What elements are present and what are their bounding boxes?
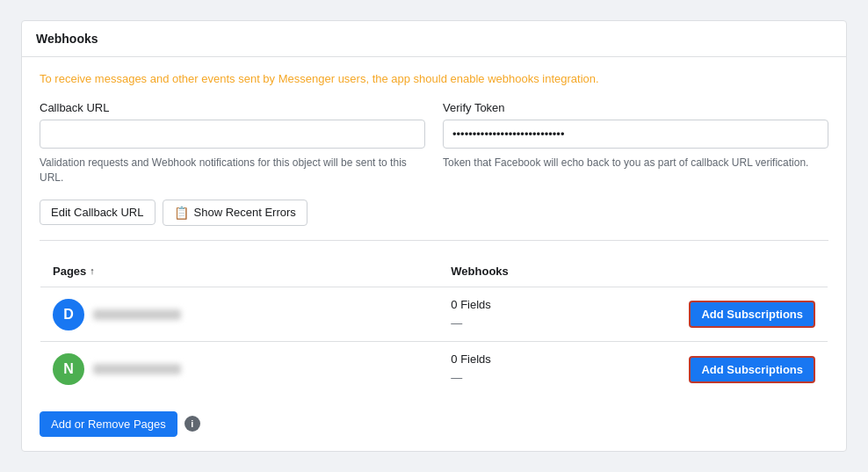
webhooks-column-header: Webhooks	[438, 255, 652, 287]
verify-token-input[interactable]	[443, 120, 828, 149]
info-icon: i	[184, 416, 200, 432]
pages-column-header: Pages ↑	[40, 255, 439, 287]
table-header-row: Pages ↑ Webhooks	[40, 255, 828, 287]
card-title: Webhooks	[22, 21, 846, 57]
token-hint: Token that Facebook will echo back to yo…	[443, 156, 828, 185]
webhooks-card: Webhooks To receive messages and other e…	[21, 20, 847, 452]
verify-token-group: Verify Token	[443, 101, 828, 149]
fields-sub-2: —	[451, 369, 640, 388]
callback-hint: Validation requests and Webhook notifica…	[40, 156, 425, 185]
page-name-1	[93, 309, 181, 320]
subscriptions-cell-2: Add Subscriptions	[653, 342, 828, 397]
hint-row: Validation requests and Webhook notifica…	[40, 156, 828, 185]
add-subscriptions-button-2[interactable]: Add Subscriptions	[689, 356, 815, 383]
pages-column-label: Pages	[53, 265, 86, 278]
show-errors-button[interactable]: 📋 Show Recent Errors	[163, 200, 307, 226]
avatar-2: N	[53, 353, 84, 385]
pages-table: Pages ↑ Webhooks D	[40, 255, 828, 397]
fields-count-1: 0 Fields —	[451, 296, 640, 333]
actions-column-header	[653, 255, 828, 287]
avatar-1: D	[53, 299, 84, 330]
webhooks-cell-2: 0 Fields —	[438, 342, 652, 397]
page-cell-2: N	[40, 342, 439, 397]
page-name-2	[93, 364, 181, 374]
verify-token-label: Verify Token	[443, 101, 828, 114]
page-info-2: N	[53, 353, 426, 385]
divider	[40, 240, 828, 241]
sort-arrow-icon: ↑	[90, 265, 95, 276]
subscriptions-cell-1: Add Subscriptions	[653, 287, 828, 342]
card-body: To receive messages and other events sen…	[22, 57, 846, 451]
page-info-1: D	[53, 299, 426, 330]
fields-count-label-2: 0 Fields	[451, 351, 640, 369]
table-row: D 0 Fields — Add Subscriptions	[40, 287, 828, 342]
table-row: N 0 Fields — Add Subscriptions	[40, 342, 828, 397]
info-message: To receive messages and other events sen…	[40, 71, 828, 87]
clipboard-icon: 📋	[174, 206, 189, 220]
callback-url-label: Callback URL	[40, 101, 425, 114]
edit-callback-button[interactable]: Edit Callback URL	[40, 200, 156, 225]
show-errors-label: Show Recent Errors	[194, 206, 296, 219]
add-subscriptions-button-1[interactable]: Add Subscriptions	[689, 301, 815, 328]
page-cell-1: D	[40, 287, 439, 342]
callback-url-group: Callback URL	[40, 101, 425, 149]
pages-sort: Pages ↑	[53, 265, 95, 278]
fields-count-2: 0 Fields —	[451, 351, 640, 388]
actions-row: Edit Callback URL 📋 Show Recent Errors	[40, 200, 828, 240]
webhooks-cell-1: 0 Fields —	[438, 287, 652, 342]
fields-count-label-1: 0 Fields	[451, 296, 640, 315]
fields-sub-1: —	[451, 315, 640, 333]
add-remove-pages-button[interactable]: Add or Remove Pages	[40, 411, 177, 437]
bottom-actions: Add or Remove Pages i	[40, 411, 828, 437]
callback-url-input[interactable]	[40, 120, 425, 149]
form-row: Callback URL Verify Token	[40, 101, 828, 149]
